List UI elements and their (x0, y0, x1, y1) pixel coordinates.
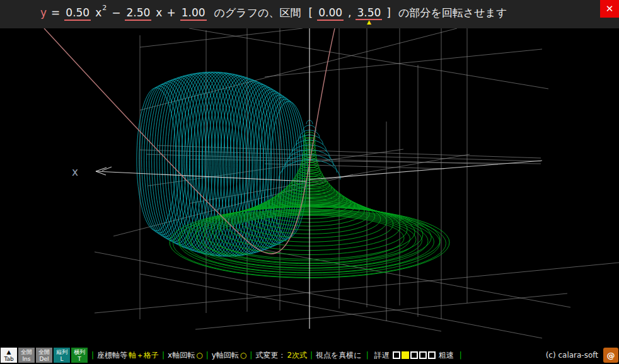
horizontal-row-t-button[interactable]: 横列 T (71, 348, 88, 363)
close-button[interactable]: ✕ (600, 0, 619, 18)
speed-setting[interactable]: 詳遅 粗速 (372, 350, 456, 361)
bracket-close: ] (386, 6, 391, 20)
coef-b: 2.50 (125, 6, 151, 21)
title-bar: y = 0.50 x2 − 2.50 x + 1.00 のグラフの、区間 [ 0… (0, 0, 619, 28)
speed-square[interactable] (428, 351, 436, 359)
grid-lines (95, 28, 619, 338)
formula-status-text: y = 0.50 x2 − 2.50 x + 1.00 のグラフの、区間 [ 0… (40, 6, 507, 21)
side-view-button[interactable]: 視点を真横に (316, 350, 363, 361)
interval-max: 3.50 (356, 6, 382, 20)
edit-cursor-marker: ▲ (367, 20, 371, 25)
y-axis-rotation-toggle[interactable]: y軸回転 ○ (212, 350, 247, 361)
separator: | (206, 351, 209, 360)
status-bar: ▲ Tab 全開 Ins 全開 Del 縦列 L 横列 T | 座標軸等 軸＋格… (0, 346, 619, 364)
x-axis-rotation-toggle[interactable]: x軸回転 ○ (168, 350, 203, 361)
exponent: 2 (102, 1, 107, 15)
at-mark-icon[interactable]: @ (603, 348, 618, 363)
separator: | (91, 351, 94, 360)
full-open-ins-button[interactable]: 全開 Ins (18, 348, 35, 363)
text-graph-interval: のグラフの、区間 (214, 6, 301, 20)
tab-button[interactable]: ▲ Tab (1, 348, 17, 363)
bracket-open: [ (309, 6, 313, 20)
formula-x1: x (95, 6, 101, 20)
coef-a: 0.50 (64, 6, 91, 21)
separator: | (310, 351, 313, 360)
op-plus: + (166, 6, 175, 20)
separator: | (460, 351, 462, 360)
text-rotate: の部分を回転させます (398, 6, 507, 20)
formula-eq: = (51, 6, 60, 20)
full-open-del-button[interactable]: 全開 Del (36, 348, 52, 363)
interval-min: 0.00 (317, 6, 344, 21)
separator: | (162, 351, 165, 360)
coef-c: 1.00 (180, 6, 207, 21)
3d-viewport[interactable]: x (0, 28, 619, 346)
speed-square[interactable] (393, 351, 400, 359)
speed-square[interactable] (402, 351, 409, 359)
formula-type-setting[interactable]: 式変更： 2次式 (255, 350, 307, 361)
copyright-text: (c) calara-soft (546, 351, 598, 360)
formula-var: y (40, 6, 47, 20)
x-axis-label: x (72, 166, 78, 178)
coordinate-axes-setting[interactable]: 座標軸等 軸＋格子 (97, 350, 159, 361)
speed-square[interactable] (419, 351, 427, 359)
speed-label-detail-slow: 詳遅 (374, 350, 390, 361)
interval-comma: , (348, 6, 351, 20)
separator: | (250, 351, 252, 360)
3d-scene-svg: x (0, 28, 619, 346)
vertical-column-l-button[interactable]: 縦列 L (54, 348, 70, 363)
formula-x2: x (156, 6, 162, 20)
op-minus: − (112, 6, 120, 20)
speed-label-coarse-fast: 粗速 (439, 350, 454, 361)
speed-square[interactable] (410, 351, 418, 359)
separator: | (366, 351, 369, 360)
